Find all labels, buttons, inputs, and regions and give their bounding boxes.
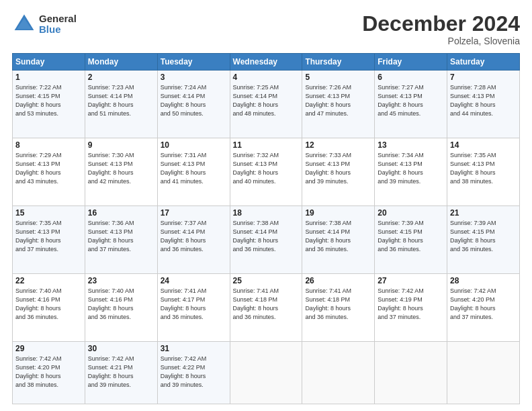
- title-area: December 2024 Polzela, Slovenia: [362, 12, 520, 46]
- day-16: 16 Sunrise: 7:36 AMSunset: 4:13 PMDaylig…: [85, 206, 157, 274]
- day-info: Sunrise: 7:35 AMSunset: 4:13 PMDaylight:…: [15, 220, 62, 253]
- day-num: 9: [88, 140, 154, 150]
- col-monday: Monday: [85, 54, 157, 71]
- col-thursday: Thursday: [302, 54, 375, 71]
- day-num: 18: [233, 208, 300, 218]
- day-num: 21: [450, 208, 517, 218]
- day-num: 27: [378, 276, 444, 285]
- day-info: Sunrise: 7:42 AMSunset: 4:21 PMDaylight:…: [88, 355, 134, 388]
- day-info: Sunrise: 7:25 AMSunset: 4:14 PMDaylight:…: [233, 84, 279, 117]
- calendar: Sunday Monday Tuesday Wednesday Thursday…: [12, 53, 520, 404]
- day-info: Sunrise: 7:26 AMSunset: 4:13 PMDaylight:…: [305, 84, 351, 117]
- day-num: 10: [161, 140, 227, 150]
- empty-cell-3: [375, 342, 447, 404]
- week-row-1: 1 Sunrise: 7:22 AMSunset: 4:15 PMDayligh…: [13, 71, 520, 138]
- day-7: 7 Sunrise: 7:28 AMSunset: 4:13 PMDayligh…: [447, 71, 520, 138]
- week-row-4: 22 Sunrise: 7:40 AMSunset: 4:16 PMDaylig…: [13, 274, 520, 342]
- day-info: Sunrise: 7:32 AMSunset: 4:13 PMDaylight:…: [233, 152, 279, 185]
- day-info: Sunrise: 7:42 AMSunset: 4:20 PMDaylight:…: [450, 287, 496, 320]
- day-num: 16: [88, 208, 154, 218]
- day-info: Sunrise: 7:31 AMSunset: 4:13 PMDaylight:…: [161, 152, 207, 185]
- day-num: 14: [450, 140, 517, 150]
- day-14: 14 Sunrise: 7:35 AMSunset: 4:13 PMDaylig…: [447, 138, 520, 206]
- day-num: 8: [15, 140, 82, 150]
- empty-cell-2: [302, 342, 375, 404]
- logo-blue: Blue: [39, 24, 77, 36]
- day-23: 23 Sunrise: 7:40 AMSunset: 4:16 PMDaylig…: [85, 274, 157, 342]
- day-19: 19 Sunrise: 7:38 AMSunset: 4:14 PMDaylig…: [302, 206, 375, 274]
- week-row-3: 15 Sunrise: 7:35 AMSunset: 4:13 PMDaylig…: [13, 206, 520, 274]
- day-18: 18 Sunrise: 7:38 AMSunset: 4:14 PMDaylig…: [230, 206, 302, 274]
- page: General Blue December 2024 Polzela, Slov…: [0, 0, 532, 411]
- day-info: Sunrise: 7:39 AMSunset: 4:15 PMDaylight:…: [378, 220, 424, 253]
- logo: General Blue: [12, 12, 77, 36]
- day-info: Sunrise: 7:36 AMSunset: 4:13 PMDaylight:…: [88, 220, 134, 253]
- day-info: Sunrise: 7:38 AMSunset: 4:14 PMDaylight:…: [305, 220, 351, 253]
- day-25: 25 Sunrise: 7:41 AMSunset: 4:18 PMDaylig…: [230, 274, 302, 342]
- day-num: 4: [233, 73, 300, 82]
- day-num: 25: [233, 276, 300, 285]
- col-wednesday: Wednesday: [230, 54, 302, 71]
- day-20: 20 Sunrise: 7:39 AMSunset: 4:15 PMDaylig…: [375, 206, 447, 274]
- day-num: 15: [15, 208, 82, 218]
- header-row: Sunday Monday Tuesday Wednesday Thursday…: [13, 54, 520, 71]
- week-row-2: 8 Sunrise: 7:29 AMSunset: 4:13 PMDayligh…: [13, 138, 520, 206]
- day-info: Sunrise: 7:42 AMSunset: 4:19 PMDaylight:…: [378, 287, 424, 320]
- day-num: 28: [450, 276, 517, 285]
- empty-cell-1: [230, 342, 302, 404]
- day-15: 15 Sunrise: 7:35 AMSunset: 4:13 PMDaylig…: [13, 206, 85, 274]
- day-info: Sunrise: 7:23 AMSunset: 4:14 PMDaylight:…: [88, 84, 134, 117]
- day-num: 13: [378, 140, 444, 150]
- day-30: 30 Sunrise: 7:42 AMSunset: 4:21 PMDaylig…: [85, 342, 157, 404]
- day-17: 17 Sunrise: 7:37 AMSunset: 4:14 PMDaylig…: [157, 206, 230, 274]
- day-num: 5: [305, 73, 371, 82]
- day-4: 4 Sunrise: 7:25 AMSunset: 4:14 PMDayligh…: [230, 71, 302, 138]
- day-3: 3 Sunrise: 7:24 AMSunset: 4:14 PMDayligh…: [157, 71, 230, 138]
- day-29: 29 Sunrise: 7:42 AMSunset: 4:20 PMDaylig…: [13, 342, 85, 404]
- day-info: Sunrise: 7:39 AMSunset: 4:15 PMDaylight:…: [450, 220, 496, 253]
- day-26: 26 Sunrise: 7:41 AMSunset: 4:18 PMDaylig…: [302, 274, 375, 342]
- day-8: 8 Sunrise: 7:29 AMSunset: 4:13 PMDayligh…: [13, 138, 85, 206]
- day-num: 24: [161, 276, 227, 285]
- day-24: 24 Sunrise: 7:41 AMSunset: 4:17 PMDaylig…: [157, 274, 230, 342]
- day-num: 19: [305, 208, 371, 218]
- day-12: 12 Sunrise: 7:33 AMSunset: 4:13 PMDaylig…: [302, 138, 375, 206]
- header: General Blue December 2024 Polzela, Slov…: [12, 12, 520, 46]
- logo-general: General: [39, 13, 77, 25]
- day-info: Sunrise: 7:22 AMSunset: 4:15 PMDaylight:…: [15, 84, 62, 117]
- day-num: 26: [305, 276, 371, 285]
- day-6: 6 Sunrise: 7:27 AMSunset: 4:13 PMDayligh…: [375, 71, 447, 138]
- day-num: 20: [378, 208, 444, 218]
- day-info: Sunrise: 7:41 AMSunset: 4:17 PMDaylight:…: [161, 287, 207, 320]
- day-num: 3: [161, 73, 227, 82]
- day-info: Sunrise: 7:40 AMSunset: 4:16 PMDaylight:…: [15, 287, 62, 320]
- day-num: 29: [15, 344, 82, 353]
- day-1: 1 Sunrise: 7:22 AMSunset: 4:15 PMDayligh…: [13, 71, 85, 138]
- day-info: Sunrise: 7:37 AMSunset: 4:14 PMDaylight:…: [161, 220, 207, 253]
- day-info: Sunrise: 7:27 AMSunset: 4:13 PMDaylight:…: [378, 84, 424, 117]
- day-num: 6: [378, 73, 444, 82]
- day-info: Sunrise: 7:30 AMSunset: 4:13 PMDaylight:…: [88, 152, 134, 185]
- day-num: 11: [233, 140, 300, 150]
- day-21: 21 Sunrise: 7:39 AMSunset: 4:15 PMDaylig…: [447, 206, 520, 274]
- day-info: Sunrise: 7:41 AMSunset: 4:18 PMDaylight:…: [305, 287, 351, 320]
- day-13: 13 Sunrise: 7:34 AMSunset: 4:13 PMDaylig…: [375, 138, 447, 206]
- day-info: Sunrise: 7:24 AMSunset: 4:14 PMDaylight:…: [161, 84, 207, 117]
- col-friday: Friday: [375, 54, 447, 71]
- day-27: 27 Sunrise: 7:42 AMSunset: 4:19 PMDaylig…: [375, 274, 447, 342]
- day-num: 7: [450, 73, 517, 82]
- day-num: 12: [305, 140, 371, 150]
- day-num: 30: [88, 344, 154, 353]
- month-title: December 2024: [362, 12, 520, 36]
- day-10: 10 Sunrise: 7:31 AMSunset: 4:13 PMDaylig…: [157, 138, 230, 206]
- day-info: Sunrise: 7:41 AMSunset: 4:18 PMDaylight:…: [233, 287, 279, 320]
- day-num: 17: [161, 208, 227, 218]
- day-22: 22 Sunrise: 7:40 AMSunset: 4:16 PMDaylig…: [13, 274, 85, 342]
- logo-text: General Blue: [39, 13, 77, 36]
- day-info: Sunrise: 7:42 AMSunset: 4:22 PMDaylight:…: [161, 355, 207, 388]
- day-9: 9 Sunrise: 7:30 AMSunset: 4:13 PMDayligh…: [85, 138, 157, 206]
- empty-cell-4: [447, 342, 520, 404]
- day-28: 28 Sunrise: 7:42 AMSunset: 4:20 PMDaylig…: [447, 274, 520, 342]
- day-info: Sunrise: 7:42 AMSunset: 4:20 PMDaylight:…: [15, 355, 62, 388]
- day-5: 5 Sunrise: 7:26 AMSunset: 4:13 PMDayligh…: [302, 71, 375, 138]
